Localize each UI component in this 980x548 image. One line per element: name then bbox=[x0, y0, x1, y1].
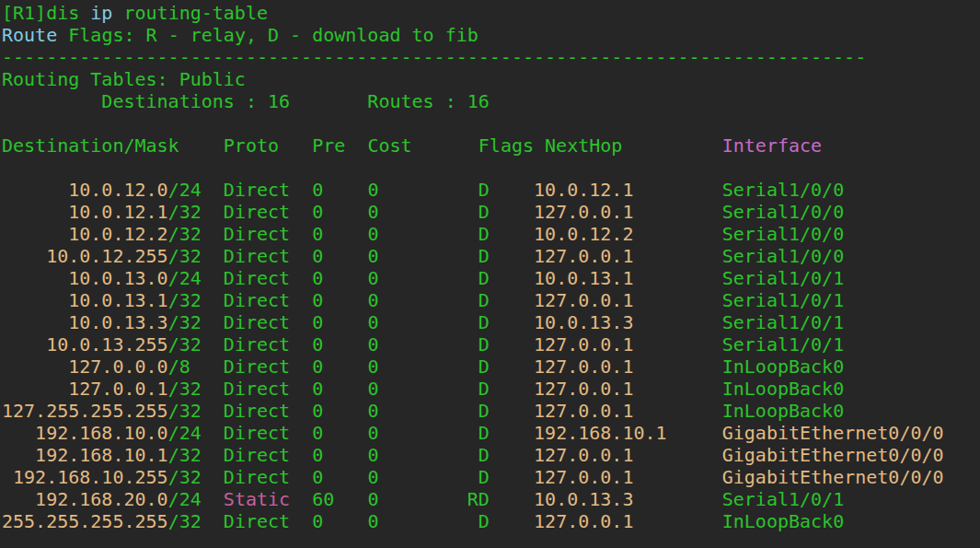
table-header-row: Destination/Mask Proto Pre Cost Flags Ne… bbox=[2, 134, 980, 157]
route-row: 255.255.255.255/32 Direct 0 0 D 127.0.0.… bbox=[2, 510, 980, 532]
route-row: 127.0.0.0/8 Direct 0 0 D 127.0.0.1 InLoo… bbox=[2, 356, 980, 378]
route-row: 127.255.255.255/32 Direct 0 0 D 127.0.0.… bbox=[2, 400, 980, 422]
route-row: 10.0.13.255/32 Direct 0 0 D 127.0.0.1 Se… bbox=[2, 333, 980, 356]
route-row: 192.168.10.1/32 Direct 0 0 D 127.0.0.1 G… bbox=[2, 444, 980, 466]
route-row: 10.0.12.0/24 Direct 0 0 D 10.0.12.1 Seri… bbox=[2, 179, 980, 201]
route-row: 127.0.0.1/32 Direct 0 0 D 127.0.0.1 InLo… bbox=[2, 378, 980, 400]
route-row: 192.168.10.0/24 Direct 0 0 D 192.168.10.… bbox=[2, 422, 980, 444]
route-row: 10.0.13.3/32 Direct 0 0 D 10.0.13.3 Seri… bbox=[2, 311, 980, 333]
route-flags-line: Route Flags: R - relay, D - download to … bbox=[2, 24, 980, 46]
route-row: 192.168.10.255/32 Direct 0 0 D 127.0.0.1… bbox=[2, 466, 980, 488]
blank-line bbox=[2, 157, 980, 179]
summary-line: Destinations : 16 Routes : 16 bbox=[2, 90, 980, 112]
blank-line bbox=[2, 112, 980, 134]
terminal-output: [R1]dis ip routing-tableRoute Flags: R -… bbox=[2, 2, 980, 532]
route-row: 10.0.12.255/32 Direct 0 0 D 127.0.0.1 Se… bbox=[2, 245, 980, 267]
route-row: 10.0.12.2/32 Direct 0 0 D 10.0.12.2 Seri… bbox=[2, 223, 980, 245]
route-row: 10.0.13.1/32 Direct 0 0 D 127.0.0.1 Seri… bbox=[2, 289, 980, 311]
command-line: [R1]dis ip routing-table bbox=[2, 2, 980, 24]
separator-line: ----------------------------------------… bbox=[2, 46, 980, 68]
terminal-screen[interactable]: [R1]dis ip routing-tableRoute Flags: R -… bbox=[0, 0, 980, 548]
route-row: 10.0.12.1/32 Direct 0 0 D 127.0.0.1 Seri… bbox=[2, 201, 980, 223]
route-row: 10.0.13.0/24 Direct 0 0 D 10.0.13.1 Seri… bbox=[2, 267, 980, 289]
routing-tables-line: Routing Tables: Public bbox=[2, 68, 980, 90]
route-row: 192.168.20.0/24 Static 60 0 RD 10.0.13.3… bbox=[2, 488, 980, 510]
